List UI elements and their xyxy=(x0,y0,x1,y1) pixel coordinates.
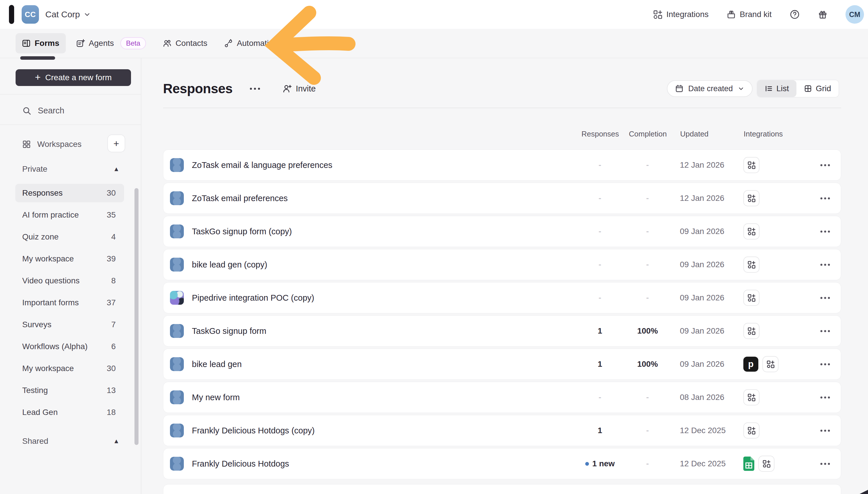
help-button[interactable] xyxy=(790,9,800,20)
search-input[interactable]: Search xyxy=(0,97,141,125)
row-menu-button[interactable] xyxy=(821,297,830,299)
column-header-completion: Completion xyxy=(625,130,671,138)
row-menu-button[interactable] xyxy=(821,231,830,232)
pipedrive-icon[interactable]: p xyxy=(743,357,758,372)
main-content: Responses Invite Date created xyxy=(142,58,868,494)
section-label: Shared xyxy=(22,437,48,446)
form-title: Frankly Delicious Hotdogs xyxy=(192,459,289,469)
google-sheets-icon[interactable] xyxy=(743,456,754,471)
workspace-label: My workspace xyxy=(22,254,74,263)
sidebar-scrollbar[interactable] xyxy=(134,188,138,445)
calendar-icon xyxy=(675,84,683,93)
sidebar-item-ai-form-practice[interactable]: AI form practice35 xyxy=(15,206,124,224)
divider xyxy=(0,125,141,125)
table-row-bike-lead-gen[interactable]: bike lead gen1100%09 Jan 2026p xyxy=(163,348,841,380)
table-row-frankly-delicious-hotdogs[interactable]: Frankly Delicious Hotdogs1 new-12 Dec 20… xyxy=(163,448,841,479)
row-menu-button[interactable] xyxy=(821,164,830,166)
completion-cell: 100% xyxy=(624,360,671,369)
connect-integration-button[interactable] xyxy=(743,422,759,439)
sort-dropdown[interactable]: Date created xyxy=(667,80,753,97)
sidebar-item-quiz-zone[interactable]: Quiz zone4 xyxy=(15,228,124,246)
connect-integration-button[interactable] xyxy=(743,157,759,173)
collapse-icon: ▲ xyxy=(113,437,119,445)
completion-cell: - xyxy=(624,393,671,402)
agents-icon xyxy=(76,39,85,48)
tab-forms[interactable]: Forms xyxy=(16,33,66,53)
table-row-zotask-email-preferences[interactable]: ZoTask email preferences--12 Jan 2026 xyxy=(163,183,841,214)
user-avatar[interactable]: CM xyxy=(846,5,864,24)
sidebar-section-shared[interactable]: Shared▲ xyxy=(0,430,141,453)
table-row-my-new-form[interactable]: My new form--08 Jan 2026 xyxy=(163,382,841,413)
sidebar-item-responses[interactable]: Responses30 xyxy=(15,184,124,202)
org-name[interactable]: Cat Corp xyxy=(45,10,80,19)
chevron-down-icon[interactable] xyxy=(83,11,91,18)
connect-integration-button[interactable] xyxy=(743,190,759,206)
table-row-pipedrive-integration-poc-copy[interactable]: Pipedrive integration POC (copy)--09 Jan… xyxy=(163,282,841,314)
search-icon xyxy=(22,106,32,115)
row-menu-button[interactable] xyxy=(821,264,830,266)
app-logo[interactable] xyxy=(9,5,14,24)
table-row-taskgo-signup-form[interactable]: TaskGo signup form1100%09 Jan 2026 xyxy=(163,316,841,346)
create-form-button[interactable]: + Create a new form xyxy=(16,69,131,86)
brand-kit-link[interactable]: Brand kit xyxy=(727,10,772,19)
integrations-link[interactable]: Integrations xyxy=(653,10,709,19)
table-row-bike-lead-gen-copy[interactable]: bike lead gen (copy)--09 Jan 2026 xyxy=(163,249,841,280)
workspace-options-button[interactable] xyxy=(250,88,260,90)
row-menu-button[interactable] xyxy=(821,463,830,465)
sidebar-item-my-workspace[interactable]: My workspace30 xyxy=(15,359,124,378)
sidebar-item-surveys[interactable]: Surveys7 xyxy=(15,316,124,334)
sidebar-item-video-questions[interactable]: Video questions8 xyxy=(15,271,124,290)
form-thumbnail xyxy=(170,391,184,404)
view-list-button[interactable]: List xyxy=(757,80,797,97)
table-row-partial[interactable] xyxy=(163,484,841,494)
row-menu-button[interactable] xyxy=(821,430,830,432)
table-row-frankly-delicious-hotdogs-copy[interactable]: Frankly Delicious Hotdogs (copy)1-12 Dec… xyxy=(163,415,841,446)
form-thumbnail xyxy=(170,158,184,172)
workspace-count: 35 xyxy=(107,210,116,220)
workspace-label: Surveys xyxy=(22,320,51,329)
responses-cell: 1 xyxy=(575,360,624,369)
row-menu-button[interactable] xyxy=(821,363,830,365)
responses-cell: 1 new xyxy=(575,459,624,468)
responses-cell: - xyxy=(575,160,624,170)
workspace-label: Responses xyxy=(22,188,63,198)
form-title: ZoTask email & language preferences xyxy=(192,160,332,170)
title-row: Responses Invite Date created xyxy=(163,75,839,102)
sidebar-section-private[interactable]: Private▲ xyxy=(0,157,141,180)
connect-integration-button[interactable] xyxy=(743,323,759,339)
new-responses-dot xyxy=(585,462,589,466)
table-row-taskgo-signup-form-copy[interactable]: TaskGo signup form (copy)--09 Jan 2026 xyxy=(163,216,841,247)
sidebar-item-my-workspace[interactable]: My workspace39 xyxy=(15,250,124,268)
automations-icon xyxy=(224,39,233,48)
sidebar-item-important-forms[interactable]: Important forms37 xyxy=(15,293,124,312)
tab-automations[interactable]: Automations xyxy=(218,33,288,53)
table-row-zotask-email-language-preferences[interactable]: ZoTask email & language preferences--12 … xyxy=(163,150,841,180)
add-workspace-button[interactable]: + xyxy=(107,134,125,152)
connect-integration-button[interactable] xyxy=(758,456,774,472)
connect-integration-button[interactable] xyxy=(743,223,759,240)
connect-integration-button[interactable] xyxy=(763,356,778,372)
view-grid-button[interactable]: Grid xyxy=(796,80,838,97)
sidebar-item-testing[interactable]: Testing13 xyxy=(15,381,124,400)
gift-button[interactable] xyxy=(818,10,828,19)
connect-integration-button[interactable] xyxy=(743,389,759,405)
connect-integration-button[interactable] xyxy=(743,256,759,273)
tab-agents[interactable]: Agents Beta xyxy=(70,33,153,53)
workspace-count: 30 xyxy=(107,188,116,198)
sidebar-item-lead-gen[interactable]: Lead Gen18 xyxy=(15,403,124,422)
integrations-cell xyxy=(737,256,809,273)
form-title: bike lead gen (copy) xyxy=(192,260,267,269)
row-menu-button[interactable] xyxy=(821,397,830,398)
updated-cell: 12 Jan 2026 xyxy=(671,160,737,170)
invite-button[interactable]: Invite xyxy=(283,84,316,94)
workspaces-grid-icon xyxy=(22,140,31,149)
row-menu-button[interactable] xyxy=(821,197,830,200)
completion-cell: - xyxy=(624,160,671,170)
org-avatar[interactable]: CC xyxy=(22,5,39,24)
connect-integration-button[interactable] xyxy=(743,290,759,306)
row-menu-button[interactable] xyxy=(821,330,830,332)
form-title: TaskGo signup form xyxy=(192,326,266,336)
tab-contacts[interactable]: Contacts xyxy=(156,33,214,53)
form-list: ZoTask email & language preferences--12 … xyxy=(163,150,841,481)
sidebar-item-workflows-alpha[interactable]: Workflows (Alpha)6 xyxy=(15,337,124,356)
